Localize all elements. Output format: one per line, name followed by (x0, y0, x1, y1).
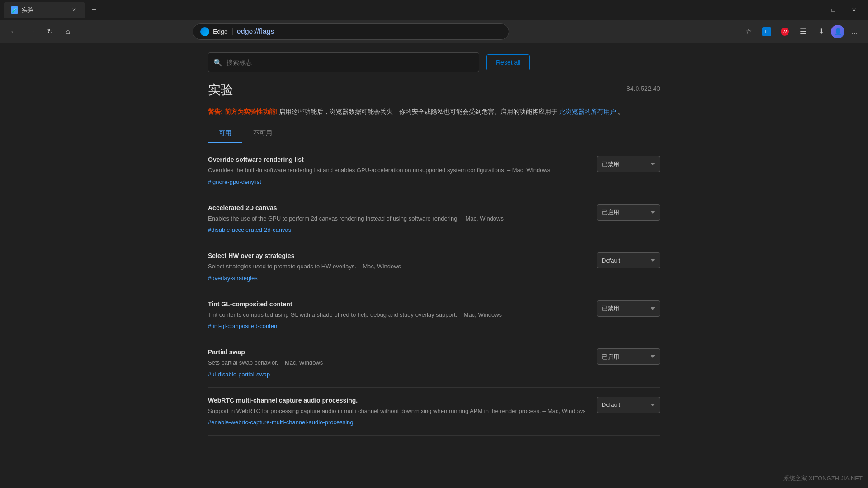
flag-item: Tint GL-composited contentTint contents … (208, 291, 660, 340)
flag-info: WebRTC multi-channel capture audio proce… (208, 397, 588, 427)
flag-info: Partial swapSets partial swap behavior. … (208, 348, 588, 378)
flag-item: Partial swapSets partial swap behavior. … (208, 339, 660, 388)
active-tab[interactable]: 🧪 实验 ✕ (4, 2, 85, 18)
flag-item: Accelerated 2D canvasEnables the use of … (208, 195, 660, 244)
flag-select[interactable]: Default已启用已禁用 (597, 156, 660, 172)
address-url: edge://flags (237, 28, 274, 36)
flag-control: Default已启用已禁用 (597, 397, 660, 413)
reset-all-button[interactable]: Reset all (486, 54, 530, 70)
flag-name: Select HW overlay strategies (208, 252, 588, 259)
flag-control: Default已启用已禁用 (597, 252, 660, 268)
search-input[interactable] (208, 52, 479, 72)
flag-control: Default已启用已禁用 (597, 348, 660, 365)
refresh-button[interactable]: ↻ (42, 23, 58, 40)
flag-name: Tint GL-composited content (208, 300, 588, 308)
address-bar[interactable]: Edge | edge://flags (193, 23, 509, 40)
flag-desc: Tint contents composited using GL with a… (208, 310, 588, 319)
flag-control: Default已启用已禁用 (597, 300, 660, 317)
favorites-button[interactable]: ☆ (741, 23, 757, 40)
flag-link[interactable]: #ignore-gpu-denylist (208, 178, 261, 185)
tab-close-button[interactable]: ✕ (71, 6, 78, 14)
flag-item: WebRTC multi-channel capture audio proce… (208, 388, 660, 436)
flag-info: Tint GL-composited contentTint contents … (208, 300, 588, 330)
page-title: 实验 (208, 81, 233, 99)
flag-desc: Enables the use of the GPU to perform 2d… (208, 214, 588, 223)
version-label: 84.0.522.40 (627, 85, 660, 92)
warning-text: 警告: 前方为实验性功能! 启用这些功能后，浏览器数据可能会丢失，你的安全或隐私… (208, 107, 660, 117)
flag-link[interactable]: #disable-accelerated-2d-canvas (208, 226, 291, 233)
flags-list: Override software rendering listOverride… (208, 147, 660, 436)
downloads-button[interactable]: ⬇ (813, 23, 829, 40)
flag-name: WebRTC multi-channel capture audio proce… (208, 397, 588, 404)
back-button[interactable]: ← (5, 23, 22, 40)
profile-button[interactable]: 👤 (831, 25, 844, 38)
flag-select[interactable]: Default已启用已禁用 (597, 252, 660, 268)
flag-desc: Support in WebRTC for processing capture… (208, 407, 588, 416)
watermark: 系统之家 XITONGZHIJIA.NET (783, 474, 863, 483)
search-box: 🔍 (208, 52, 479, 72)
flag-select[interactable]: Default已启用已禁用 (597, 397, 660, 413)
flag-control: Default已启用已禁用 (597, 204, 660, 221)
translate-button[interactable]: T (759, 23, 775, 40)
new-tab-button[interactable]: + (87, 3, 101, 17)
flag-item: Select HW overlay strategiesSelect strat… (208, 243, 660, 291)
flag-desc: Sets partial swap behavior. – Mac, Windo… (208, 358, 588, 367)
collections-button[interactable]: ☰ (795, 23, 811, 40)
page-title-wrap: 实验 (208, 81, 233, 99)
browser-chrome: 🧪 实验 ✕ + ─ □ ✕ ← → ↻ ⌂ Edge | edge://fla… (0, 0, 868, 43)
flag-link[interactable]: #ui-disable-partial-swap (208, 371, 270, 378)
flag-info: Override software rendering listOverride… (208, 156, 588, 186)
search-icon: 🔍 (213, 58, 222, 67)
address-separator: | (231, 28, 233, 36)
toolbar-icons: ☆ T W ☰ ⬇ 👤 … (741, 23, 863, 40)
svg-text:W: W (783, 29, 787, 34)
warning-box: 警告: 前方为实验性功能! 启用这些功能后，浏览器数据可能会丢失，你的安全或隐私… (208, 103, 660, 124)
flag-desc: Overrides the built-in software renderin… (208, 166, 588, 175)
flag-link[interactable]: #tint-gl-composited-content (208, 323, 279, 329)
flag-link[interactable]: #overlay-strategies (208, 275, 258, 282)
home-button[interactable]: ⌂ (60, 23, 76, 40)
navigation-bar: ← → ↻ ⌂ Edge | edge://flags ☆ T W ☰ ⬇ 👤 … (0, 20, 868, 43)
tab-bar: 🧪 实验 ✕ + ─ □ ✕ (0, 0, 868, 20)
flag-select[interactable]: Default已启用已禁用 (597, 204, 660, 221)
flag-name: Partial swap (208, 348, 588, 356)
address-brand: Edge (213, 28, 228, 35)
forward-button[interactable]: → (24, 23, 40, 40)
maximize-button[interactable]: □ (823, 3, 844, 17)
tab-favicon: 🧪 (11, 6, 18, 14)
main-content: 🔍 Reset all 实验 84.0.522.40 警告: 前方为实验性功能!… (0, 43, 868, 488)
warning-body: 启用这些功能后，浏览器数据可能会丢失，你的安全或隐私也可能会受到危害。启用的功能… (279, 108, 559, 115)
edge-logo (200, 27, 209, 36)
weibo-button[interactable]: W (777, 23, 793, 40)
page-header: 实验 84.0.522.40 (208, 72, 660, 103)
tab-available[interactable]: 可用 (208, 124, 242, 143)
window-controls: ─ □ ✕ (802, 3, 864, 17)
close-button[interactable]: ✕ (844, 3, 864, 17)
flag-info: Select HW overlay strategiesSelect strat… (208, 252, 588, 282)
flag-desc: Select strategies used to promote quads … (208, 262, 588, 271)
search-area: 🔍 Reset all (208, 43, 660, 72)
flag-select[interactable]: Default已启用已禁用 (597, 300, 660, 317)
tab-unavailable[interactable]: 不可用 (242, 124, 283, 143)
warning-suffix: 。 (618, 108, 624, 115)
svg-text:T: T (764, 29, 767, 34)
minimize-button[interactable]: ─ (802, 3, 823, 17)
settings-more-button[interactable]: … (846, 23, 863, 40)
flag-name: Accelerated 2D canvas (208, 204, 588, 211)
warning-highlight: 警告: 前方为实验性功能! (208, 108, 277, 115)
warning-link[interactable]: 此浏览器的所有用户 (559, 108, 616, 115)
flag-info: Accelerated 2D canvasEnables the use of … (208, 204, 588, 234)
flag-name: Override software rendering list (208, 156, 588, 163)
flag-link[interactable]: #enable-webrtc-capture-multi-channel-aud… (208, 419, 354, 426)
tabs-navigation: 可用 不可用 (208, 124, 660, 143)
flag-item: Override software rendering listOverride… (208, 147, 660, 195)
tab-title: 实验 (22, 6, 67, 14)
flags-container: 🔍 Reset all 实验 84.0.522.40 警告: 前方为实验性功能!… (199, 43, 669, 488)
flag-control: Default已启用已禁用 (597, 156, 660, 172)
flag-select[interactable]: Default已启用已禁用 (597, 348, 660, 365)
